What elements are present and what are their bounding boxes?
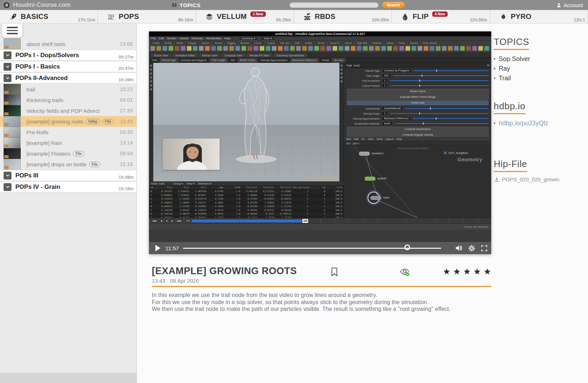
shelf-tab[interactable]: Oceans: [408, 41, 420, 45]
shelf-tab[interactable]: Deform: [200, 41, 211, 45]
shelf-tab[interactable]: Create: [150, 41, 161, 45]
viewport-toolbar-item[interactable]: No cam: [332, 58, 345, 62]
shelf-tool-icon[interactable]: [199, 46, 204, 51]
shelf-tool-icon[interactable]: [472, 46, 477, 51]
video-list-item[interactable]: Pre-Rolls03:35: [0, 127, 136, 137]
houdini-desktop-select[interactable]: Main ▾: [260, 36, 275, 41]
shelf-tool-icon[interactable]: [363, 46, 368, 51]
account-button[interactable]: Account: [556, 2, 588, 8]
parameter-button[interactable]: Reset Cache: [347, 89, 489, 94]
viewport-toolbar-item[interactable]: Result Type: [160, 58, 178, 62]
hdbp-link[interactable]: hdbp.io/puJ3yQlz: [499, 120, 548, 127]
parameter-slider[interactable]: [413, 118, 489, 119]
shelf-tool-icon[interactable]: [150, 46, 155, 51]
shelf-tool-icon[interactable]: [357, 46, 362, 51]
shelf-tool-icon[interactable]: [327, 46, 331, 51]
shelf-tool-icon[interactable]: [393, 46, 398, 51]
viewport-toolbar-item[interactable]: Connect as Polygons: [181, 59, 206, 62]
topic-item[interactable]: Sop Solver: [494, 54, 587, 64]
network-path-crumb[interactable]: obj /: [346, 142, 351, 145]
shelf-tool-icon[interactable]: [254, 46, 258, 51]
viewport-toolbar-item[interactable]: Persp: [322, 59, 329, 62]
search-input[interactable]: [289, 2, 379, 8]
parameter-slider[interactable]: [395, 123, 489, 124]
network-menu-item[interactable]: Edit: [354, 137, 358, 141]
section-row[interactable]: POPs II-Advanced1h:39m: [0, 72, 136, 84]
star-icon[interactable]: ★: [453, 267, 461, 276]
section-row[interactable]: POPs III1h:49m: [0, 170, 136, 181]
section-row[interactable]: POPs I - Dops/Solvers0h:27m: [0, 50, 136, 61]
tab-pyro[interactable]: PYRO12h:1: [490, 10, 588, 23]
parameter-value[interactable]: Quadrilaterals: [382, 106, 403, 111]
shelf-tool-icon[interactable]: [260, 46, 264, 51]
houdini-timeline[interactable]: |◀◀◀■▶▶▶|240 110: [149, 218, 491, 223]
watched-eye-icon[interactable]: [399, 267, 410, 277]
parameter-button[interactable]: Evaluate Within Frame Range: [347, 95, 489, 100]
houdini-menu-item[interactable]: Help: [224, 37, 230, 40]
star-icon[interactable]: ★: [483, 267, 491, 276]
video-list-item[interactable]: about shelf tools13:00: [0, 39, 136, 49]
network-menu-item[interactable]: Add: [346, 137, 351, 141]
shelf-tab[interactable]: Drive Simula.: [421, 41, 440, 45]
shelf-tool-icon[interactable]: [241, 46, 246, 51]
shelf-tool-icon[interactable]: [442, 46, 447, 51]
viewport-toolbar-item[interactable]: 100: [230, 59, 235, 62]
houdini-menu-item[interactable]: File: [151, 37, 156, 40]
shelf-tool-icon[interactable]: [418, 46, 422, 51]
shelf-tool-icon[interactable]: [248, 46, 252, 51]
shelf-tool-icon[interactable]: [369, 46, 374, 51]
shelf-tool-icon[interactable]: [308, 46, 313, 51]
shelf-tool-icon[interactable]: [175, 46, 179, 51]
sheet-toolbar-item[interactable]: Group ▾: [173, 182, 183, 185]
shelf-tool-icon[interactable]: [351, 46, 355, 51]
viewport-toolbar-item[interactable]: Trail: [152, 59, 157, 62]
topics-nav-button[interactable]: TOPICS: [171, 2, 289, 8]
shelf-tab[interactable]: Guides: [303, 41, 314, 45]
shelf-tool-icon[interactable]: [412, 46, 416, 51]
houdini-menu-item[interactable]: Edit: [159, 37, 164, 40]
shelf-tool-icon[interactable]: [296, 46, 301, 51]
chevron-down-icon[interactable]: [4, 172, 11, 180]
parameter-button[interactable]: Compute Acceleration: [347, 127, 489, 132]
parameter-value[interactable]: accel: [382, 121, 393, 126]
site-title[interactable]: Houdini-Course.com: [13, 1, 70, 9]
video-player[interactable]: untitled.hip - Houdini Apprentice Non-Co…: [149, 31, 491, 254]
site-logo-icon[interactable]: A: [3, 1, 10, 9]
pane-tab[interactable]: Render View: [199, 54, 220, 57]
parameter-value[interactable]: 1: [382, 79, 388, 83]
shelf-tab[interactable]: Terrain: [315, 41, 327, 45]
houdini-menu-item[interactable]: Windows: [191, 37, 203, 40]
video-list-item[interactable]: trail15:22: [0, 84, 136, 95]
sheet-toolbar-item[interactable]: View ▾: [186, 182, 194, 185]
shelf-tab[interactable]: Crowds: [265, 41, 277, 45]
parameter-slider[interactable]: [393, 75, 489, 76]
viewport-toolbar-item[interactable]: Backward Difference: [290, 58, 319, 62]
video-list-item[interactable]: [example] growing rootsHdbpFile13:43: [0, 116, 136, 127]
shelf-tab[interactable]: Polygon: [186, 41, 199, 45]
parameter-value[interactable]: Backward Difference: [382, 116, 411, 121]
shelf-tool-icon[interactable]: [454, 46, 459, 51]
viewport-toolbar-item[interactable]: Trail Length: [209, 58, 228, 62]
parameter-slider[interactable]: [414, 70, 489, 71]
play-button[interactable]: [155, 245, 160, 251]
shelf-tab[interactable]: Vellum: [343, 41, 354, 45]
shelf-tool-icon[interactable]: [387, 46, 392, 51]
tab-vellum[interactable]: VELLUM1 New5h:26m: [196, 10, 294, 23]
shelf-tool-icon[interactable]: [290, 46, 295, 51]
viewport-toolbar-item[interactable]: Velocity Approximation: [260, 59, 287, 62]
shelf-tool-icon[interactable]: [193, 46, 198, 51]
shelf-tool-icon[interactable]: [381, 46, 386, 51]
video-list-item[interactable]: thickening trails04:01: [0, 95, 136, 105]
parameter-slider[interactable]: [405, 108, 489, 109]
parameter-value[interactable]: 1: [382, 84, 388, 88]
shelf-tool-icon[interactable]: [399, 46, 404, 51]
network-menu-item[interactable]: Help: [396, 137, 402, 141]
out-node-x-icon[interactable]: ✕: [443, 150, 447, 156]
node-trail1[interactable]: [370, 196, 381, 200]
shelf-tool-icon[interactable]: [156, 46, 161, 51]
video-list-item[interactable]: [example] Rain13:14: [0, 137, 136, 148]
topic-item[interactable]: Ray: [494, 64, 587, 74]
pane-tab[interactable]: Geometry Spreadsheet: [274, 54, 307, 57]
transport-button[interactable]: ◀: [159, 219, 164, 223]
tab-basics[interactable]: BASICS17h:11m: [0, 10, 98, 23]
